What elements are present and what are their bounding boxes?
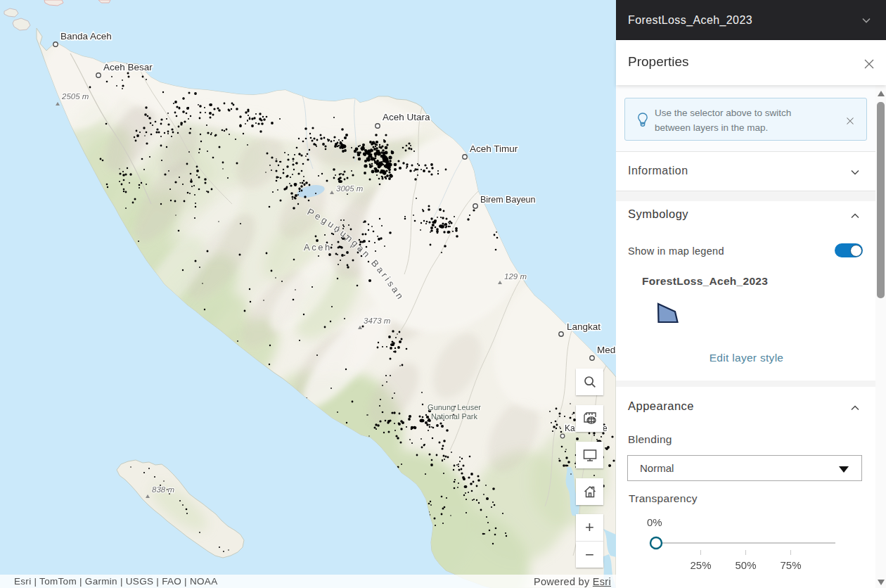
svg-text:3005 m: 3005 m (336, 184, 364, 193)
svg-text:Aceh Besar: Aceh Besar (103, 62, 153, 72)
svg-text:2505 m: 2505 m (61, 92, 89, 101)
svg-text:Langkat: Langkat (567, 321, 601, 332)
svg-text:Aceh Utara: Aceh Utara (383, 112, 430, 122)
svg-text:129 m: 129 m (504, 272, 527, 281)
svg-text:Ka: Ka (565, 423, 575, 433)
svg-text:Aceh Timur: Aceh Timur (470, 143, 518, 154)
svg-text:50%: 50% (735, 559, 756, 571)
svg-text:e: e (603, 423, 608, 433)
svg-text:Birem Bayeun: Birem Bayeun (480, 195, 536, 205)
svg-text:75%: 75% (780, 559, 801, 571)
svg-text:Gunung Leuser: Gunung Leuser (428, 403, 481, 411)
svg-text:Banda Aceh: Banda Aceh (60, 31, 112, 41)
svg-text:838 m: 838 m (152, 485, 174, 494)
svg-text:25%: 25% (690, 559, 711, 571)
svg-text:National Park: National Park (431, 412, 478, 421)
svg-text:Aceh: Aceh (304, 242, 332, 253)
svg-text:Meda: Meda (597, 345, 616, 355)
svg-text:3473 m: 3473 m (364, 317, 391, 325)
